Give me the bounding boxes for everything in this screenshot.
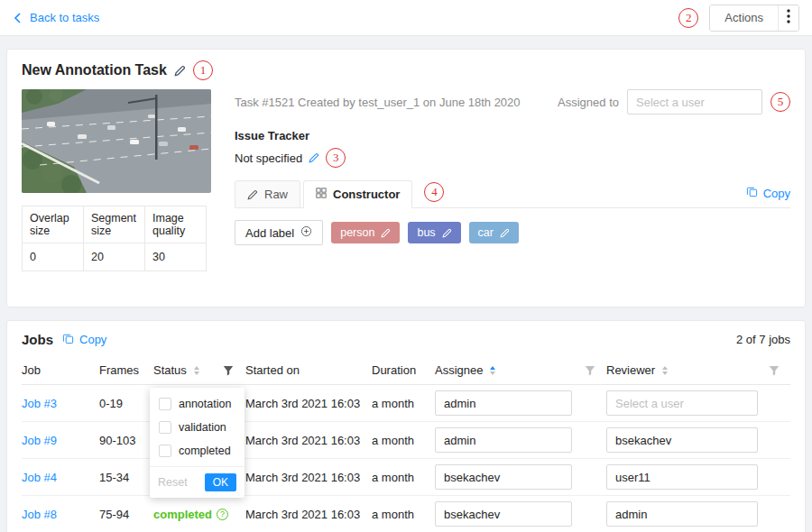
jobs-count: 2 of 7 jobs xyxy=(736,333,790,346)
col-reviewer: Reviewer xyxy=(606,363,655,377)
issue-tracker-label: Issue Tracker xyxy=(235,129,790,142)
checkbox-icon[interactable] xyxy=(159,421,171,434)
assignee-input[interactable] xyxy=(435,427,572,453)
status-filter-icon[interactable] xyxy=(223,365,234,376)
frames-cell: 15-34 xyxy=(99,471,153,484)
reviewer-sort-icon[interactable] xyxy=(662,366,668,375)
param-header-overlap: Overlap size xyxy=(23,206,84,243)
task-assignee-input[interactable] xyxy=(627,89,762,115)
filter-option-validation[interactable]: validation xyxy=(150,416,245,439)
assignee-input[interactable] xyxy=(435,501,572,527)
label-chip-person[interactable]: person xyxy=(331,222,400,243)
filter-option-label: completed xyxy=(179,445,231,457)
copy-icon xyxy=(746,186,758,200)
task-parameters-table: Overlap size Segment size Image quality … xyxy=(22,206,207,271)
copy-labels-label: Copy xyxy=(763,187,790,200)
edit-title-icon[interactable] xyxy=(174,65,186,77)
callout-4: 4 xyxy=(424,182,444,202)
label-chip-car-name: car xyxy=(478,226,494,239)
labels-tabs: Raw Constructor 4 Copy xyxy=(235,180,790,208)
question-circle-icon[interactable] xyxy=(217,509,228,520)
jobs-card: Jobs Copy 2 of 7 jobs Job Frames Status … xyxy=(6,320,806,532)
duration-cell: a month xyxy=(372,471,435,484)
top-bar: Back to tasks 2 Actions xyxy=(0,0,812,36)
reviewer-input[interactable] xyxy=(606,390,758,416)
duration-cell: a month xyxy=(372,397,435,410)
copy-icon xyxy=(62,333,74,347)
started-cell: March 3rd 2021 16:03 xyxy=(245,508,372,521)
actions-button-group: Actions xyxy=(709,5,799,32)
label-chip-bus[interactable]: bus xyxy=(408,222,460,243)
reviewer-input[interactable] xyxy=(606,464,758,490)
back-to-tasks-link[interactable]: Back to tasks xyxy=(13,11,99,24)
add-label-text: Add label xyxy=(245,226,294,240)
assignee-sort-icon[interactable] xyxy=(490,366,495,375)
callout-2: 2 xyxy=(678,8,698,28)
issue-tracker-value: Not specified xyxy=(235,151,302,165)
col-frames: Frames xyxy=(99,363,153,377)
back-to-tasks-label: Back to tasks xyxy=(30,11,99,24)
pencil-icon xyxy=(247,189,258,200)
actions-button[interactable]: Actions xyxy=(710,5,778,31)
label-chip-car[interactable]: car xyxy=(469,222,519,243)
job-link[interactable]: Job #8 xyxy=(22,508,57,521)
frames-cell: 90-103 xyxy=(99,434,153,447)
started-cell: March 3rd 2021 16:03 xyxy=(245,434,372,447)
col-duration: Duration xyxy=(372,363,435,377)
chevron-left-icon xyxy=(13,13,23,23)
reviewer-input[interactable] xyxy=(606,501,758,527)
copy-jobs-link[interactable]: Copy xyxy=(62,333,106,347)
filter-option-label: annotation xyxy=(179,398,231,410)
checkbox-icon[interactable] xyxy=(159,445,171,457)
tab-raw-label: Raw xyxy=(264,188,288,201)
tab-raw[interactable]: Raw xyxy=(235,180,300,208)
status-cell: completed xyxy=(153,508,223,521)
edit-label-icon[interactable] xyxy=(500,228,510,238)
callout-5: 5 xyxy=(770,92,790,112)
assignee-input[interactable] xyxy=(435,464,572,490)
add-label-button[interactable]: Add label xyxy=(235,220,323,245)
job-link[interactable]: Job #9 xyxy=(22,434,57,447)
assigned-to-label: Assigned to xyxy=(558,96,619,109)
edit-issue-tracker-icon[interactable] xyxy=(309,152,319,163)
label-chip-person-name: person xyxy=(340,226,374,239)
status-sort-icon[interactable] xyxy=(194,366,199,375)
edit-label-icon[interactable] xyxy=(381,228,391,238)
frames-cell: 75-94 xyxy=(99,508,153,521)
checkbox-icon[interactable] xyxy=(159,398,171,410)
copy-labels-link[interactable]: Copy xyxy=(746,186,790,207)
job-link[interactable]: Job #3 xyxy=(22,397,57,410)
filter-option-completed[interactable]: completed xyxy=(150,439,245,463)
filter-option-annotation[interactable]: annotation xyxy=(150,392,245,416)
callout-1: 1 xyxy=(193,60,213,80)
filter-ok-button[interactable]: OK xyxy=(205,473,236,491)
started-cell: March 3rd 2021 16:03 xyxy=(245,471,372,484)
duration-cell: a month xyxy=(372,508,435,521)
kebab-icon xyxy=(787,9,790,26)
plus-circle-icon xyxy=(300,225,312,240)
task-meta: Task #1521 Created by test_user_1 on Jun… xyxy=(235,96,558,109)
assignee-input[interactable] xyxy=(435,390,572,416)
col-job: Job xyxy=(22,363,99,377)
copy-jobs-label: Copy xyxy=(79,333,106,346)
job-link[interactable]: Job #4 xyxy=(22,471,57,484)
task-details-card: New Annotation Task 1 xyxy=(6,49,806,307)
col-started: Started on xyxy=(245,363,372,377)
frames-cell: 0-19 xyxy=(99,397,153,410)
param-value-segment: 20 xyxy=(84,243,145,271)
callout-3: 3 xyxy=(326,148,346,168)
filter-reset-button[interactable]: Reset xyxy=(158,476,188,489)
param-value-overlap: 0 xyxy=(23,243,84,271)
assignee-filter-icon[interactable] xyxy=(585,365,595,376)
reviewer-filter-icon[interactable] xyxy=(769,365,780,376)
started-cell: March 3rd 2021 16:03 xyxy=(245,397,372,410)
table-row: Job #9 90-103 March 3rd 2021 16:03 a mon… xyxy=(22,422,790,459)
reviewer-input[interactable] xyxy=(606,427,758,453)
edit-label-icon[interactable] xyxy=(442,228,452,238)
param-value-quality: 30 xyxy=(145,243,207,271)
kebab-menu-button[interactable] xyxy=(778,5,798,31)
status-filter-dropdown: annotation validation completed Reset OK xyxy=(150,388,245,498)
tab-constructor[interactable]: Constructor xyxy=(303,180,412,208)
jobs-title: Jobs xyxy=(22,332,53,347)
duration-cell: a month xyxy=(372,434,435,447)
